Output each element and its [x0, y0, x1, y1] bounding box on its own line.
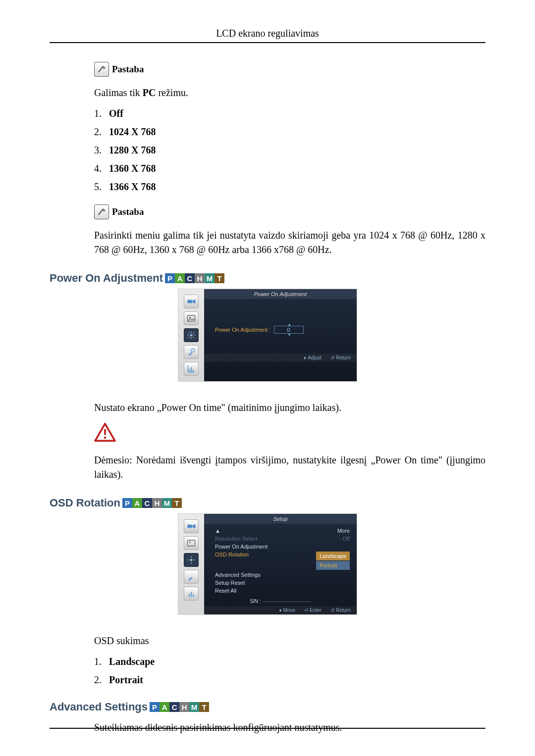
page-header: LCD ekrano reguliavimas [50, 28, 485, 43]
osd-tools-icon [184, 570, 199, 584]
badge-m: M [189, 702, 199, 712]
resolution-list: 1.Off 2.1024 X 768 3.1280 X 768 4.1360 X… [94, 108, 485, 193]
power-on-desc: Nustato ekrano „Power On time" (maitinim… [94, 401, 485, 415]
osd-title: Setup [204, 514, 357, 524]
note-label: Pastaba [112, 206, 144, 217]
badge-m: M [162, 498, 172, 508]
osd-menu-item-selected: OSD Rotation Landscape Portrait [215, 551, 357, 571]
svg-point-12 [189, 542, 191, 543]
badge-a: A [175, 273, 185, 283]
osd-menu-item: Resolution Select: Off [215, 535, 357, 543]
badge-t: T [172, 498, 182, 508]
osd-input-icon [184, 295, 199, 308]
badge-a: A [160, 702, 169, 712]
osd-picture-icon [184, 536, 199, 550]
list-item: 2.Portrait [94, 674, 485, 686]
osd-tools-icon [184, 345, 199, 359]
osd-input-icon [184, 519, 199, 533]
svg-rect-7 [193, 370, 194, 372]
osd-option-landscape: Landscape [316, 552, 350, 560]
osd-rotation-list: 1.Landscape 2.Portrait [94, 656, 485, 686]
osd-setup-icon [184, 553, 199, 567]
svg-point-4 [191, 349, 195, 352]
power-on-warning: Dėmesio: Norėdami išvengti įtampos virši… [94, 453, 485, 482]
osd-title: Power On Adjustment [204, 289, 357, 299]
heading-advanced-settings: Advanced Settings P A C H M T [50, 701, 485, 713]
note-label: Pastaba [112, 64, 144, 75]
badge-m: M [205, 273, 214, 283]
list-item: 1.Off [94, 108, 485, 119]
osd-field-row: Power On Adjustment : ▲ 0 ▼ [215, 326, 351, 334]
warning-icon [94, 423, 485, 445]
osd-option-portrait: Portrait [316, 561, 350, 570]
badge-a: A [132, 498, 142, 508]
list-item: 4.1360 X 768 [94, 163, 485, 174]
osd-picture-icon [184, 311, 199, 325]
osd-chart-icon [184, 362, 199, 376]
svg-rect-5 [189, 369, 190, 372]
osd-rotation-desc: OSD sukimas [94, 634, 485, 648]
badge-h: H [179, 702, 189, 712]
footer-rule [50, 728, 485, 729]
osd-field-label: Power On Adjustment : [215, 327, 271, 333]
osd-menu-item: Reset All [215, 587, 357, 595]
note-icon [94, 204, 109, 219]
svg-point-13 [190, 559, 193, 561]
note-icon [94, 62, 109, 77]
osd-menu-item: Power On Adjustment [215, 543, 357, 551]
osd-menu-item: Setup Reset [215, 579, 357, 587]
svg-rect-11 [188, 540, 195, 546]
badge-t: T [199, 702, 209, 712]
note2-text: Pasirinkti meniu galima tik jei nustatyt… [94, 228, 485, 257]
osd-side-icons [178, 514, 204, 614]
svg-rect-6 [191, 367, 192, 372]
heading-osd-rotation: OSD Rotation P A C H M T [50, 497, 485, 509]
badge-t: T [214, 273, 224, 283]
badge-p: P [150, 702, 160, 712]
badge-c: C [142, 498, 152, 508]
osd-footer: ♦Move ⏎Enter ↺Return [204, 606, 357, 614]
mode-badges: P A C H M T [122, 498, 182, 508]
osd-setup-icon [184, 328, 199, 342]
svg-point-3 [190, 334, 193, 337]
list-item: 2.1024 X 768 [94, 126, 485, 138]
osd-screenshot-power-on: Power On Adjustment Power On Adjustment … [178, 289, 357, 382]
osd-side-icons [178, 289, 204, 381]
svg-point-9 [104, 437, 107, 439]
osd-menu-item: Advanced Settings [215, 571, 357, 579]
osd-field-value-box: ▲ 0 ▼ [274, 326, 304, 334]
badge-c: C [185, 273, 195, 283]
badge-c: C [169, 702, 179, 712]
note-block: Pastaba [94, 204, 485, 219]
svg-rect-15 [191, 592, 192, 597]
badge-h: H [195, 273, 205, 283]
mode-badges: P A C H M T [165, 273, 224, 283]
badge-h: H [152, 498, 162, 508]
svg-rect-16 [193, 595, 194, 597]
list-item: 1.Landscape [94, 656, 485, 667]
osd-chart-icon [184, 587, 199, 601]
osd-menu-more: ▲ More [215, 527, 357, 535]
badge-p: P [122, 498, 132, 508]
svg-rect-0 [188, 300, 192, 303]
mode-badges: P A C H M T [150, 702, 209, 712]
svg-rect-10 [188, 525, 192, 528]
svg-rect-8 [104, 429, 106, 435]
osd-serial-row: S/N : [204, 599, 357, 604]
osd-footer: ♦Adjust ↺Return [204, 353, 357, 362]
badge-p: P [165, 273, 175, 283]
osd-menu: ▲ More Resolution Select: Off Power On A… [204, 524, 357, 595]
page-title: LCD ekrano reguliavimas [216, 28, 319, 39]
heading-power-on-adjustment: Power On Adjustment P A C H M T [50, 272, 485, 285]
note-block: Pastaba [94, 62, 485, 77]
osd-field-value: 0 [287, 327, 290, 333]
list-item: 3.1280 X 768 [94, 145, 485, 156]
svg-rect-14 [189, 594, 190, 597]
list-item: 5.1366 X 768 [94, 181, 485, 193]
osd-screenshot-osd-rotation: Setup ▲ More Resolution Select: Off Powe… [178, 513, 357, 615]
intro-text: Galimas tik PC režimu. [94, 86, 485, 100]
